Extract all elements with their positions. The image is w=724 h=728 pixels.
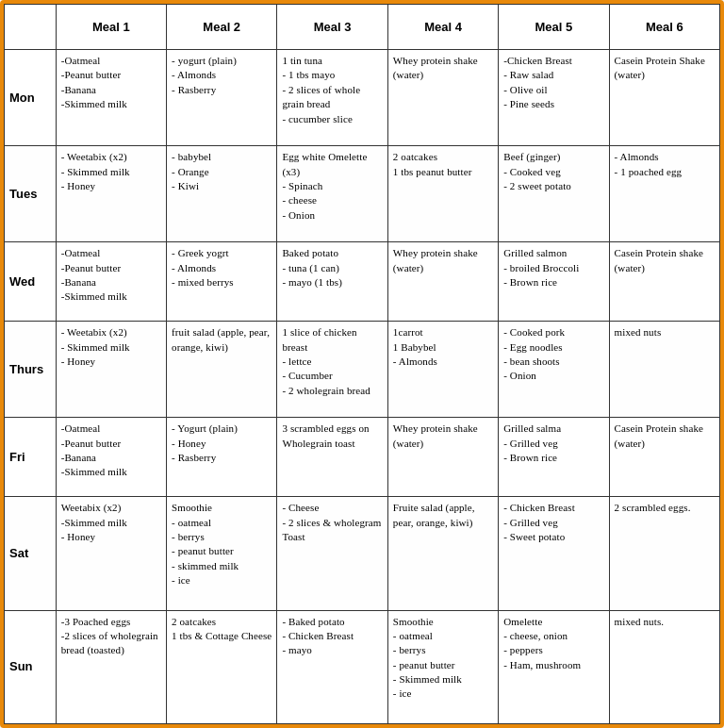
meal-cell-tues-6: - Almonds - 1 poached egg xyxy=(609,146,719,242)
meal-cell-mon-5: -Chicken Breast - Raw salad - Olive oil … xyxy=(499,50,609,146)
day-label-tues: Tues xyxy=(5,146,57,242)
meal-content: - babybel - Orange - Kiwi xyxy=(172,151,211,191)
meal-content: Whey protein shake (water) xyxy=(393,422,481,448)
table-row: Fri-Oatmeal -Peanut butter -Banana -Skim… xyxy=(5,418,720,497)
meal-content: 1carrot 1 Babybel - Almonds xyxy=(393,326,437,367)
meal-cell-sun-5: Omelette - cheese, onion - peppers - Ham… xyxy=(499,610,609,723)
meal-content: - Chicken Breast - Grilled veg - Sweet p… xyxy=(503,502,575,542)
meal-plan-page: Meal 1Meal 2Meal 3Meal 4Meal 5Meal 6 Mon… xyxy=(0,0,724,728)
meal-cell-sat-2: Smoothie - oatmeal - berrys - peanut but… xyxy=(167,497,277,610)
meal-content: Casein Protein shake (water) xyxy=(615,247,706,273)
meal-content: - Yogurt (plain) - Honey - Rasberry xyxy=(172,422,238,463)
meal-cell-sun-1: -3 Poached eggs -2 slices of wholegrain … xyxy=(56,610,166,723)
meal-content: Smoothie - oatmeal - berrys - peanut but… xyxy=(172,502,239,586)
meal-content: Smoothie - oatmeal - berrys - peanut but… xyxy=(393,616,462,700)
header-meal-2: Meal 2 xyxy=(167,5,277,50)
header-meal-5: Meal 5 xyxy=(499,5,609,50)
meal-content: 3 scrambled eggs on Wholegrain toast xyxy=(282,422,371,448)
meal-cell-thurs-2: fruit salad (apple, pear, orange, kiwi) xyxy=(167,322,277,418)
meal-cell-mon-4: Whey protein shake (water) xyxy=(387,50,498,146)
header-meal-4: Meal 4 xyxy=(387,5,498,50)
meal-content: - Weetabix (x2) - Skimmed milk - Honey xyxy=(61,326,130,367)
meal-content: Casein Protein Shake (water) xyxy=(615,55,708,80)
meal-content: - Almonds - 1 poached egg xyxy=(615,151,683,176)
meal-cell-fri-4: Whey protein shake (water) xyxy=(387,418,498,497)
meal-cell-wed-1: -Oatmeal -Peanut butter -Banana -Skimmed… xyxy=(56,242,166,322)
meal-content: -Oatmeal -Peanut butter -Banana -Skimmed… xyxy=(61,422,127,477)
meal-cell-tues-3: Egg white Omelette (x3) - Spinach - chee… xyxy=(277,146,387,242)
meal-cell-wed-4: Whey protein shake (water) xyxy=(387,242,498,322)
meal-cell-tues-5: Beef (ginger) - Cooked veg - 2 sweet pot… xyxy=(499,146,609,242)
header-empty xyxy=(5,5,57,50)
day-label-sun: Sun xyxy=(5,610,57,723)
meal-cell-sat-4: Fruite salad (apple, pear, orange, kiwi) xyxy=(387,497,498,610)
table-row: Tues- Weetabix (x2) - Skimmed milk - Hon… xyxy=(5,146,720,242)
day-label-wed: Wed xyxy=(5,242,57,322)
header-meal-3: Meal 3 xyxy=(277,5,387,50)
table-header-row: Meal 1Meal 2Meal 3Meal 4Meal 5Meal 6 xyxy=(5,5,720,50)
meal-cell-sun-6: mixed nuts. xyxy=(609,610,719,723)
meal-content: Grilled salma - Grilled veg - Brown rice xyxy=(503,422,561,463)
meal-content: - yogurt (plain) - Almonds - Rasberry xyxy=(172,55,237,95)
meal-cell-thurs-4: 1carrot 1 Babybel - Almonds xyxy=(387,322,498,418)
meal-cell-sun-4: Smoothie - oatmeal - berrys - peanut but… xyxy=(387,610,498,723)
meal-content: Weetabix (x2) -Skimmed milk - Honey xyxy=(61,502,127,542)
meal-cell-wed-6: Casein Protein shake (water) xyxy=(609,242,719,322)
meal-content: Grilled salmon - broiled Broccoli - Brow… xyxy=(503,247,579,288)
day-label-thurs: Thurs xyxy=(5,322,57,418)
meal-cell-mon-6: Casein Protein Shake (water) xyxy=(609,50,719,146)
meal-cell-thurs-6: mixed nuts xyxy=(609,322,719,418)
meal-cell-sun-2: 2 oatcakes 1 tbs & Cottage Cheese xyxy=(167,610,277,723)
meal-content: - Greek yogrt - Almonds - mixed berrys xyxy=(172,247,234,288)
header-meal-6: Meal 6 xyxy=(609,5,719,50)
meal-cell-tues-1: - Weetabix (x2) - Skimmed milk - Honey xyxy=(56,146,166,242)
meal-cell-mon-1: -Oatmeal -Peanut butter -Banana -Skimmed… xyxy=(56,50,166,146)
meal-content: Baked potato - tuna (1 can) - mayo (1 tb… xyxy=(282,247,342,288)
meal-cell-fri-5: Grilled salma - Grilled veg - Brown rice xyxy=(499,418,609,497)
meal-cell-sat-6: 2 scrambled eggs. xyxy=(609,497,719,610)
meal-content: Egg white Omelette (x3) - Spinach - chee… xyxy=(282,151,370,221)
meal-content: Omelette - cheese, onion - peppers - Ham… xyxy=(503,616,581,670)
day-label-fri: Fri xyxy=(5,418,57,497)
meal-cell-sat-1: Weetabix (x2) -Skimmed milk - Honey xyxy=(56,497,166,610)
meal-cell-thurs-1: - Weetabix (x2) - Skimmed milk - Honey xyxy=(56,322,166,418)
meal-content: mixed nuts. xyxy=(615,616,665,627)
meal-cell-tues-2: - babybel - Orange - Kiwi xyxy=(167,146,277,242)
meal-cell-mon-2: - yogurt (plain) - Almonds - Rasberry xyxy=(167,50,277,146)
meal-content: - Cheese - 2 slices & wholegram Toast xyxy=(282,502,384,542)
table-row: Wed-Oatmeal -Peanut butter -Banana -Skim… xyxy=(5,242,720,322)
meal-cell-wed-2: - Greek yogrt - Almonds - mixed berrys xyxy=(167,242,277,322)
meal-content: Whey protein shake (water) xyxy=(393,247,481,273)
meal-content: -Oatmeal -Peanut butter -Banana -Skimmed… xyxy=(61,55,127,109)
meal-plan-table: Meal 1Meal 2Meal 3Meal 4Meal 5Meal 6 Mon… xyxy=(4,4,720,724)
day-label-sat: Sat xyxy=(5,497,57,610)
meal-cell-fri-6: Casein Protein shake (water) xyxy=(609,418,719,497)
meal-content: - Weetabix (x2) - Skimmed milk - Honey xyxy=(61,151,130,191)
meal-cell-thurs-5: - Cooked pork - Egg noodles - bean shoot… xyxy=(499,322,609,418)
meal-cell-mon-3: 1 tin tuna - 1 tbs mayo - 2 slices of wh… xyxy=(277,50,387,146)
header-meal-1: Meal 1 xyxy=(56,5,166,50)
meal-cell-wed-5: Grilled salmon - broiled Broccoli - Brow… xyxy=(499,242,609,322)
meal-content: Fruite salad (apple, pear, orange, kiwi) xyxy=(393,502,478,527)
meal-cell-sat-3: - Cheese - 2 slices & wholegram Toast xyxy=(277,497,387,610)
table-body: Mon-Oatmeal -Peanut butter -Banana -Skim… xyxy=(5,50,720,724)
meal-cell-fri-2: - Yogurt (plain) - Honey - Rasberry xyxy=(167,418,277,497)
meal-cell-tues-4: 2 oatcakes 1 tbs peanut butter xyxy=(387,146,498,242)
meal-content: -3 Poached eggs -2 slices of wholegrain … xyxy=(61,616,161,656)
meal-content: - Cooked pork - Egg noodles - bean shoot… xyxy=(503,326,565,381)
meal-cell-fri-1: -Oatmeal -Peanut butter -Banana -Skimmed… xyxy=(56,418,166,497)
meal-content: Beef (ginger) - Cooked veg - 2 sweet pot… xyxy=(503,151,571,191)
meal-cell-wed-3: Baked potato - tuna (1 can) - mayo (1 tb… xyxy=(277,242,387,322)
meal-content: 1 slice of chicken breast - lettce - Cuc… xyxy=(282,326,370,396)
table-row: SatWeetabix (x2) -Skimmed milk - HoneySm… xyxy=(5,497,720,610)
meal-content: fruit salad (apple, pear, orange, kiwi) xyxy=(172,326,272,352)
meal-content: Casein Protein shake (water) xyxy=(615,422,706,448)
meal-content: -Oatmeal -Peanut butter -Banana -Skimmed… xyxy=(61,247,127,302)
meal-content: 1 tin tuna - 1 tbs mayo - 2 slices of wh… xyxy=(282,55,363,124)
meal-cell-thurs-3: 1 slice of chicken breast - lettce - Cuc… xyxy=(277,322,387,418)
meal-cell-sat-5: - Chicken Breast - Grilled veg - Sweet p… xyxy=(499,497,609,610)
table-row: Sun-3 Poached eggs -2 slices of wholegra… xyxy=(5,610,720,723)
meal-content: 2 scrambled eggs. xyxy=(615,502,691,513)
table-row: Thurs- Weetabix (x2) - Skimmed milk - Ho… xyxy=(5,322,720,418)
meal-content: - Baked potato - Chicken Breast - mayo xyxy=(282,616,354,656)
